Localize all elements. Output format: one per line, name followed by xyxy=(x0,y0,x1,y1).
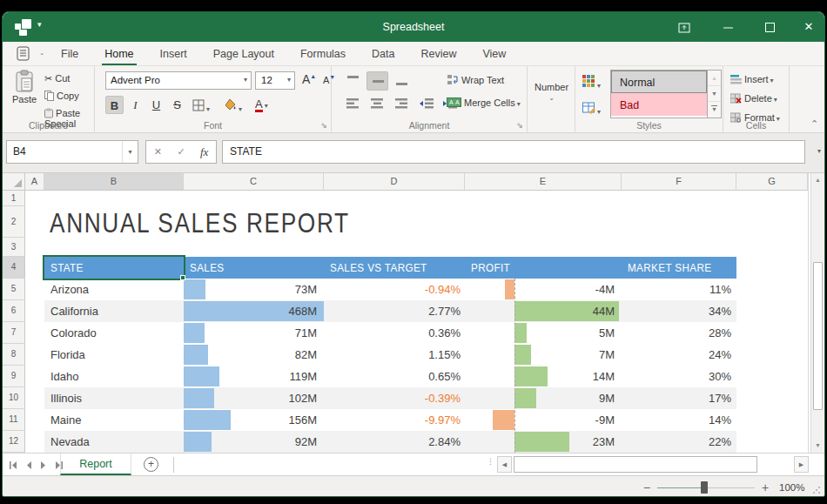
scroll-right-icon[interactable]: ▶ xyxy=(794,456,809,473)
cell-sales[interactable]: 156M xyxy=(184,409,317,431)
cell-sales-vs-target[interactable]: 1.15% xyxy=(324,344,461,366)
ribbon-tab-home[interactable]: Home xyxy=(91,42,146,66)
style-item-bad[interactable]: Bad xyxy=(611,93,707,116)
row-header-6[interactable]: 6 xyxy=(3,300,25,322)
font-color-button[interactable]: A▾ xyxy=(255,97,268,112)
gallery-more-icon[interactable]: ▼ xyxy=(708,102,721,118)
cell-sales-vs-target[interactable]: -0.94% xyxy=(324,279,461,300)
row-header-12[interactable]: 12 xyxy=(3,431,25,453)
style-item-normal[interactable]: Normal xyxy=(611,71,707,93)
row-header-3[interactable]: 3 xyxy=(3,238,25,257)
cell-profit[interactable]: -4M xyxy=(465,279,615,300)
cell-market-share[interactable]: 34% xyxy=(622,300,731,322)
table-header-sales-vs-target[interactable]: SALES VS TARGET xyxy=(330,257,427,279)
number-format-button[interactable]: Number ⌄ xyxy=(528,82,575,102)
column-header-a[interactable]: A xyxy=(25,173,44,191)
row-header-11[interactable]: 11 xyxy=(3,409,25,431)
cell-state[interactable]: Idaho xyxy=(50,366,181,387)
align-left-button[interactable] xyxy=(342,94,364,113)
row-header-2[interactable]: 2 xyxy=(3,206,25,238)
bold-button[interactable]: B xyxy=(105,96,124,114)
cell-sales[interactable]: 119M xyxy=(184,366,317,387)
cell-market-share[interactable]: 17% xyxy=(622,387,731,409)
scrollbar-splitter[interactable]: ⋮ xyxy=(487,460,494,463)
zoom-in-button[interactable]: + xyxy=(762,476,769,497)
minimize-button[interactable] xyxy=(709,12,747,42)
cell-state[interactable]: Colorado xyxy=(50,322,181,344)
cell-sales-vs-target[interactable]: -0.39% xyxy=(324,387,461,409)
alignment-dialog-launcher[interactable]: ⇘ xyxy=(516,121,523,130)
align-right-button[interactable] xyxy=(391,94,413,113)
cell-state[interactable]: Maine xyxy=(50,409,181,431)
cell-sales[interactable]: 82M xyxy=(184,344,317,366)
fill-color-button[interactable]: ▾ xyxy=(224,98,242,113)
ribbon-options-button[interactable]: ⌄ xyxy=(17,46,43,62)
column-header-e[interactable]: E xyxy=(465,173,622,191)
cell-profit[interactable]: 9M xyxy=(465,387,615,409)
sheet-tab-report[interactable]: Report xyxy=(60,454,131,475)
font-name-select[interactable]: Advent Pro▾ xyxy=(105,71,252,90)
ribbon-tab-view[interactable]: View xyxy=(469,42,519,66)
row-header-7[interactable]: 7 xyxy=(3,322,25,344)
conditional-formatting-button[interactable]: ▾ xyxy=(582,75,601,90)
vertical-scrollbar[interactable]: ▲ ▼ xyxy=(810,173,824,453)
table-header-state[interactable]: STATE xyxy=(50,257,84,279)
add-sheet-button[interactable]: + xyxy=(144,457,158,472)
horizontal-scrollbar-thumb[interactable] xyxy=(514,456,757,473)
insert-function-button[interactable]: fx xyxy=(192,141,216,163)
gallery-scroll-up-icon[interactable]: ▲ xyxy=(708,71,721,86)
insert-cells-button[interactable]: Insert▾ xyxy=(730,71,774,88)
row-header-1[interactable]: 1 xyxy=(3,191,25,206)
zoom-level[interactable]: 100% xyxy=(779,476,804,497)
ribbon-tab-review[interactable]: Review xyxy=(407,42,469,66)
cell-sales-vs-target[interactable]: -9.97% xyxy=(324,409,461,431)
cell-sales-vs-target[interactable]: 2.84% xyxy=(324,431,461,453)
cell-profit[interactable]: 23M xyxy=(465,431,615,453)
scroll-down-icon[interactable]: ▼ xyxy=(811,439,824,453)
vertical-scrollbar-thumb[interactable] xyxy=(813,262,823,410)
cell-sales[interactable]: 102M xyxy=(184,387,317,409)
cell-profit[interactable]: -9M xyxy=(465,409,615,431)
align-middle-button[interactable] xyxy=(366,71,388,91)
table-header-market-share[interactable]: MARKET SHARE xyxy=(628,257,711,279)
gallery-scroll-down-icon[interactable]: ▼ xyxy=(708,86,721,102)
copy-button[interactable]: Copy xyxy=(44,91,79,101)
strikethrough-button[interactable]: S xyxy=(168,96,186,114)
row-header-5[interactable]: 5 xyxy=(3,279,25,300)
row-header-4[interactable]: 4 xyxy=(3,257,25,279)
align-bottom-button[interactable] xyxy=(391,71,413,91)
name-box[interactable]: B4 ▾ xyxy=(6,140,138,164)
cell-sales[interactable]: 73M xyxy=(184,279,317,300)
cell-sales-vs-target[interactable]: 0.36% xyxy=(324,322,461,344)
table-header-sales[interactable]: SALES xyxy=(190,257,225,279)
maximize-button[interactable] xyxy=(750,12,789,42)
wrap-text-button[interactable]: Wrap Text xyxy=(447,74,504,85)
cell-profit[interactable]: 44M xyxy=(465,300,615,322)
expand-formula-bar-icon[interactable]: ▾ xyxy=(817,147,821,155)
cell-sales-vs-target[interactable]: 0.65% xyxy=(324,366,461,387)
row-header-9[interactable]: 9 xyxy=(3,366,25,387)
column-header-g[interactable]: G xyxy=(736,173,808,191)
close-button[interactable]: ✕ xyxy=(790,12,825,42)
cell-market-share[interactable]: 11% xyxy=(622,279,731,300)
delete-cells-button[interactable]: Delete▾ xyxy=(730,90,777,107)
scroll-left-icon[interactable]: ◀ xyxy=(497,456,512,473)
cell-state[interactable]: Arizona xyxy=(50,279,181,300)
cell-market-share[interactable]: 14% xyxy=(622,409,731,431)
selection-fill-handle[interactable] xyxy=(180,275,185,280)
merge-cells-button[interactable]: AA Merge Cells▾ xyxy=(447,97,521,108)
decrease-indent-button[interactable] xyxy=(416,94,438,113)
fullscreen-button[interactable] xyxy=(665,12,703,42)
ribbon-tab-formulas[interactable]: Formulas xyxy=(287,42,359,66)
cell-state[interactable]: Florida xyxy=(50,344,181,366)
borders-button[interactable]: ▾ xyxy=(192,99,210,113)
column-header-d[interactable]: D xyxy=(324,173,465,191)
cell-market-share[interactable]: 24% xyxy=(622,344,731,366)
cell-sales[interactable]: 71M xyxy=(184,322,317,344)
next-sheet-icon[interactable] xyxy=(40,461,46,469)
formula-input[interactable]: STATE xyxy=(222,140,805,164)
cell-sales[interactable]: 468M xyxy=(184,300,317,322)
ribbon-tab-data[interactable]: Data xyxy=(359,42,407,66)
cell-market-share[interactable]: 28% xyxy=(622,322,731,344)
cell-state[interactable]: Nevada xyxy=(50,431,181,453)
